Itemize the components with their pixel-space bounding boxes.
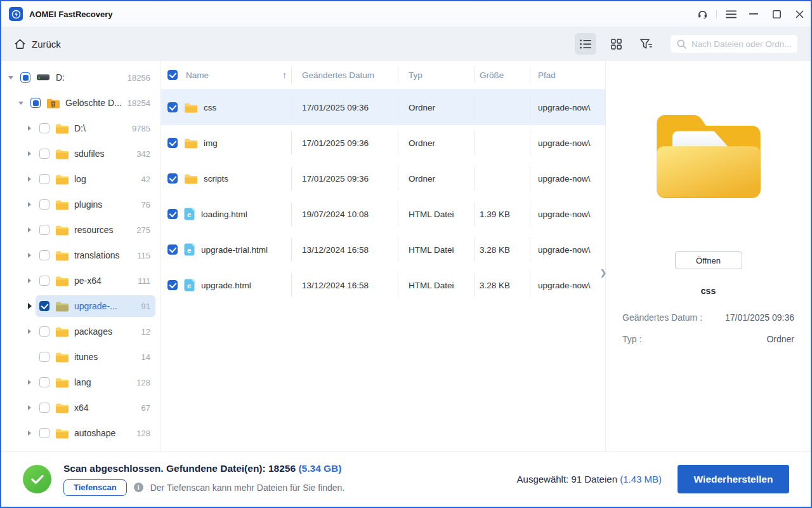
tree-checkbox[interactable] (39, 403, 49, 413)
row-checkbox[interactable] (167, 102, 178, 112)
sort-ascending-icon[interactable] (282, 70, 287, 80)
tree-item-label: x64 (74, 403, 136, 413)
row-checkbox[interactable] (167, 209, 178, 219)
sidebar-item-itunes[interactable]: itunes14 (1, 344, 160, 370)
support-headset-button[interactable] (691, 1, 714, 27)
tree-checkbox[interactable] (39, 199, 49, 210)
svg-text:e: e (187, 282, 191, 290)
table-row-upgrade-trial-html[interactable]: eupgrade-trial.html13/12/2024 16:58HTML … (161, 232, 605, 267)
folder-icon (55, 352, 69, 363)
sidebar-item-translations[interactable]: translations115 (1, 243, 160, 268)
sidebar-item-packages[interactable]: packages12 (1, 319, 160, 344)
tree-checkbox[interactable] (39, 326, 49, 337)
row-checkbox[interactable] (167, 280, 178, 290)
column-header-type[interactable]: Typ (398, 61, 475, 89)
sidebar-item-plugins[interactable]: plugins76 (1, 192, 160, 217)
search-input[interactable] (691, 39, 791, 49)
expand-arrow-icon[interactable] (25, 124, 34, 133)
column-header-name[interactable]: Name (161, 61, 292, 89)
tree-checkbox[interactable] (39, 174, 49, 184)
expand-arrow-icon[interactable] (25, 251, 34, 260)
row-checkbox[interactable] (167, 244, 178, 255)
select-all-checkbox[interactable] (167, 70, 178, 80)
drive-icon (36, 72, 50, 83)
file-type: Ordner (398, 90, 475, 125)
expand-arrow-icon[interactable] (25, 328, 34, 336)
expand-arrow-icon[interactable] (25, 277, 34, 285)
row-checkbox[interactable] (167, 173, 178, 184)
recover-button[interactable]: Wiederherstellen (678, 465, 789, 493)
tree-checkbox[interactable] (39, 123, 49, 133)
expand-arrow-icon[interactable] (25, 378, 34, 387)
tree-checkbox[interactable] (39, 276, 49, 286)
sidebar-item-lang[interactable]: lang128 (1, 370, 160, 395)
expand-arrow-icon[interactable] (25, 150, 34, 158)
sidebar-item-x64[interactable]: x6467 (1, 395, 160, 420)
tree-item-count: 12 (141, 327, 150, 337)
tree-checkbox[interactable] (30, 98, 41, 108)
expand-arrow-icon[interactable] (16, 99, 25, 107)
file-table: Name Geändertes Datum Typ Größe Pfad css… (161, 61, 605, 451)
table-row-img[interactable]: img17/01/2025 09:36Ordnerupgrade-now\ (161, 125, 605, 161)
table-row-loading-html[interactable]: eloading.html19/07/2024 10:08HTML Datei1… (161, 196, 605, 232)
folder-icon (184, 102, 197, 113)
file-size (475, 90, 530, 125)
open-button[interactable]: Öffnen (675, 251, 742, 269)
grid-view-button[interactable] (605, 33, 627, 55)
expand-arrow-icon[interactable] (25, 175, 34, 184)
tree-item-label: autoshape (74, 428, 131, 438)
column-header-size[interactable]: Größe (475, 61, 530, 89)
column-header-date[interactable]: Geändertes Datum (292, 61, 398, 89)
expand-arrow-icon[interactable] (25, 226, 34, 234)
expand-arrow-icon[interactable] (25, 404, 34, 412)
tree-checkbox[interactable] (39, 225, 49, 235)
sidebar-item-upgrade[interactable]: upgrade-...91 (1, 293, 160, 319)
filter-button[interactable] (636, 33, 657, 55)
scan-status-text: Scan abgeschlossen. Gefundene Datei(en):… (63, 463, 344, 474)
tree-checkbox[interactable] (39, 149, 49, 159)
sidebar-item-d[interactable]: D:18256 (1, 65, 160, 90)
tree-item-count: 18254 (128, 98, 150, 108)
expand-arrow-icon[interactable] (6, 74, 15, 82)
tree-checkbox[interactable] (39, 377, 49, 387)
sidebar-item-sdufiles[interactable]: sdufiles342 (1, 141, 160, 166)
sidebar-item-resources[interactable]: resources275 (1, 217, 160, 243)
sidebar-item-gel-schte-d[interactable]: Gelöschte D...18254 (1, 90, 160, 116)
tree-checkbox[interactable] (39, 301, 49, 311)
tree-item-label: translations (74, 250, 131, 260)
tree-checkbox[interactable] (39, 250, 49, 260)
file-type: HTML Datei (398, 267, 475, 303)
tree-item-count: 9785 (132, 124, 150, 133)
tree-checkbox[interactable] (20, 72, 30, 83)
sidebar-item-d[interactable]: D:\9785 (1, 116, 160, 141)
tree-checkbox[interactable] (39, 428, 49, 438)
html-icon: e (184, 208, 195, 220)
selection-summary: Ausgewählt: 91 Dateien (1.43 MB) (517, 474, 662, 485)
maximize-button[interactable] (765, 1, 788, 27)
row-checkbox[interactable] (167, 138, 178, 148)
column-header-path[interactable]: Pfad (530, 61, 605, 89)
sidebar-item-autoshape[interactable]: autoshape128 (1, 420, 160, 446)
menu-button[interactable] (719, 1, 742, 27)
file-name: upgrade-trial.html (201, 245, 268, 255)
content-area: D:18256Gelöschte D...18254D:\9785sdufile… (1, 61, 811, 451)
close-button[interactable] (788, 1, 811, 27)
expand-arrow-icon[interactable] (25, 302, 34, 311)
tree-checkbox[interactable] (39, 352, 49, 362)
sidebar-item-log[interactable]: log42 (1, 166, 160, 192)
file-date: 17/01/2025 09:36 (292, 125, 398, 161)
sidebar-item-pe-x64[interactable]: pe-x64111 (1, 268, 160, 293)
table-row-css[interactable]: css17/01/2025 09:36Ordnerupgrade-now\ (161, 90, 605, 125)
table-row-upgrade-html[interactable]: eupgrade.html13/12/2024 16:58HTML Datei3… (161, 267, 605, 303)
folder-icon (55, 199, 69, 210)
panel-collapse-handle[interactable] (599, 267, 608, 278)
expand-arrow-icon[interactable] (25, 429, 34, 438)
file-name: img (204, 138, 218, 148)
back-button[interactable]: Zurück (14, 38, 61, 50)
list-view-button[interactable] (575, 33, 596, 55)
folder-icon (55, 428, 69, 439)
minimize-button[interactable] (742, 1, 765, 27)
table-row-scripts[interactable]: scripts17/01/2025 09:36Ordnerupgrade-now… (161, 161, 605, 196)
deep-scan-button[interactable]: Tiefenscan (63, 479, 127, 496)
expand-arrow-icon[interactable] (25, 201, 34, 209)
